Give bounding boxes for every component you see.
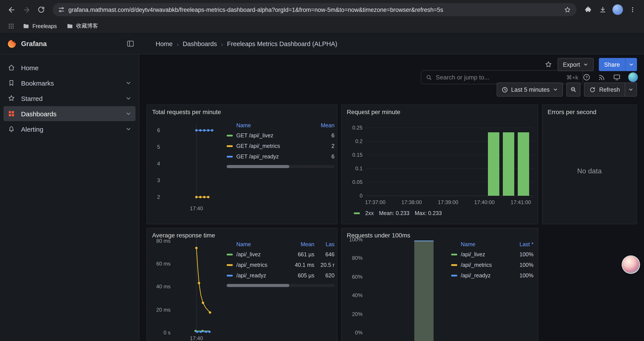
line-chart[interactable]: [162, 122, 226, 201]
time-range-picker[interactable]: Last 5 minutes: [497, 83, 563, 97]
downloads-icon[interactable]: [596, 3, 610, 17]
export-button[interactable]: Export: [558, 58, 594, 71]
legend-row[interactable]: /api/_livez 100%: [451, 249, 534, 260]
legend-row[interactable]: /api/_readyz 100%: [451, 270, 534, 281]
legend-row[interactable]: /api/_livez 661 µs 646: [227, 249, 334, 260]
breadcrumb-dashboards[interactable]: Dashboards: [182, 40, 217, 47]
line-chart[interactable]: [173, 236, 228, 337]
share-menu-caret[interactable]: [625, 58, 637, 71]
time-controls: Last 5 minutes Refresh: [497, 83, 637, 97]
forward-icon[interactable]: [19, 3, 33, 17]
url-text[interactable]: grafana.mathmast.com/d/deytv4rwavabkb/fr…: [68, 6, 560, 13]
series-name[interactable]: /api/_readyz: [236, 272, 287, 279]
series-swatch-green: [354, 212, 360, 214]
legend-scrollbar[interactable]: [227, 165, 334, 168]
panel-avg-response-time: Average response time 80 ms 60 ms 40 ms …: [146, 228, 338, 341]
legend-col-mean[interactable]: Mean: [312, 122, 334, 129]
chevron-down-icon: [628, 87, 634, 92]
help-icon[interactable]: ?: [582, 73, 590, 81]
sidebar-item-bookmarks[interactable]: Bookmarks: [4, 76, 136, 90]
series-name[interactable]: GET /api/_readyz: [236, 154, 312, 160]
legend-col-last[interactable]: Las: [314, 241, 334, 247]
panel-title[interactable]: Total requests per minute: [152, 108, 221, 115]
search-input[interactable]: [436, 74, 563, 81]
site-settings-icon[interactable]: [58, 6, 65, 13]
profile-avatar[interactable]: [611, 3, 625, 17]
legend-row[interactable]: GET /api/_readyz 6: [227, 151, 334, 162]
legend-col-name[interactable]: Name: [461, 241, 511, 247]
grafana-brand[interactable]: Grafana: [7, 39, 47, 49]
y-tick: 0.2: [345, 138, 362, 144]
sidebar-item-alerting[interactable]: Alerting: [4, 122, 136, 137]
share-button[interactable]: Share: [599, 58, 637, 71]
chevron-down-icon[interactable]: [126, 126, 132, 132]
legend-table: Name Last * /api/_livez 100% /api/_metri…: [451, 240, 534, 281]
legend-scrollbar[interactable]: [227, 284, 334, 287]
series-name[interactable]: GET /api/_metrics: [236, 143, 312, 149]
breadcrumb-separator: ›: [221, 40, 223, 48]
bar-100-percent[interactable]: [414, 240, 434, 341]
series-name[interactable]: /api/_metrics: [236, 262, 287, 268]
x-tick: 17:39:00: [434, 199, 462, 205]
series-swatch-yellow: [451, 264, 457, 266]
monitor-icon[interactable]: [613, 73, 621, 81]
extensions-icon[interactable]: [581, 3, 595, 17]
series-mean: Mean: 0.233: [379, 210, 410, 216]
mega-menu-toggle-icon[interactable]: [126, 40, 134, 48]
zoom-out-button[interactable]: [566, 83, 580, 97]
user-avatar[interactable]: [628, 72, 638, 82]
panel-title[interactable]: Errors per second: [548, 108, 596, 115]
bookmark-folder-freeleaps[interactable]: Freeleaps: [19, 21, 60, 31]
panel-title[interactable]: Request per minute: [347, 108, 400, 115]
legend-col-last[interactable]: Last *: [511, 241, 534, 247]
series-name[interactable]: /api/_livez: [461, 251, 511, 258]
chevron-down-icon[interactable]: [126, 95, 132, 101]
refresh-interval-caret[interactable]: [625, 83, 636, 96]
panel-requests-under-100ms: Requests under 100ms 100% 80% 60% 40% 20…: [341, 228, 538, 341]
bookmark-folder-label: 收藏博客: [76, 22, 98, 30]
series-name[interactable]: /api/_metrics: [461, 262, 511, 268]
chevron-down-icon[interactable]: [126, 80, 132, 86]
sidebar-item-home[interactable]: Home: [4, 60, 136, 75]
series-mean: 2: [312, 143, 334, 149]
series-name[interactable]: /api/_readyz: [461, 272, 511, 279]
news-rss-icon[interactable]: [598, 74, 606, 81]
scrollbar-thumb[interactable]: [227, 284, 289, 287]
x-tick: 17:37:00: [361, 199, 389, 205]
favorite-star-icon[interactable]: [544, 61, 552, 69]
sidebar-item-starred[interactable]: Starred: [4, 91, 136, 106]
chevron-down-icon[interactable]: [126, 111, 132, 117]
legend-col-name[interactable]: Name: [236, 241, 287, 247]
bookmark-folder-blogs[interactable]: 收藏博客: [63, 21, 102, 31]
y-tick: 20 ms: [148, 307, 170, 313]
bookmark-star-icon[interactable]: [564, 6, 571, 14]
refresh-button[interactable]: Refresh: [584, 83, 637, 97]
browser-menu-icon[interactable]: [626, 3, 640, 17]
search-icon: [426, 74, 432, 81]
bar-chart[interactable]: [366, 126, 534, 197]
legend-row[interactable]: /api/_metrics 40.1 ms 20.5 r: [227, 260, 334, 270]
apps-grid-icon[interactable]: [5, 21, 17, 32]
sidebar-item-dashboards[interactable]: Dashboards: [4, 106, 136, 121]
zoom-out-icon: [570, 86, 577, 93]
series-name[interactable]: GET /api/_livez: [236, 133, 312, 139]
legend-row[interactable]: GET /api/_metrics 2: [227, 141, 334, 151]
address-bar[interactable]: grafana.mathmast.com/d/deytv4rwavabkb/fr…: [52, 3, 576, 16]
legend-row[interactable]: /api/_metrics 100%: [451, 260, 534, 270]
legend-row[interactable]: /api/_readyz 605 µs 620: [227, 270, 334, 281]
bookmark-icon: [8, 79, 15, 87]
search-box[interactable]: ⌘+k: [421, 70, 583, 84]
series-swatch-blue: [227, 156, 233, 158]
series-name[interactable]: /api/_livez: [236, 251, 287, 258]
panel-total-requests: Total requests per minute 6 5 4 3 2 17:4…: [146, 104, 338, 224]
back-icon[interactable]: [4, 3, 18, 17]
reload-icon[interactable]: [34, 3, 48, 17]
breadcrumb-home[interactable]: Home: [156, 40, 172, 47]
series-name[interactable]: 2xx: [365, 210, 374, 216]
scrollbar-thumb[interactable]: [227, 165, 289, 168]
floating-assistant-avatar[interactable]: [622, 256, 639, 273]
legend-col-name[interactable]: Name: [236, 122, 312, 129]
y-tick: 0.25: [345, 125, 362, 131]
legend-row[interactable]: GET /api/_livez 6: [227, 130, 334, 141]
legend-col-mean[interactable]: Mean: [287, 241, 314, 247]
